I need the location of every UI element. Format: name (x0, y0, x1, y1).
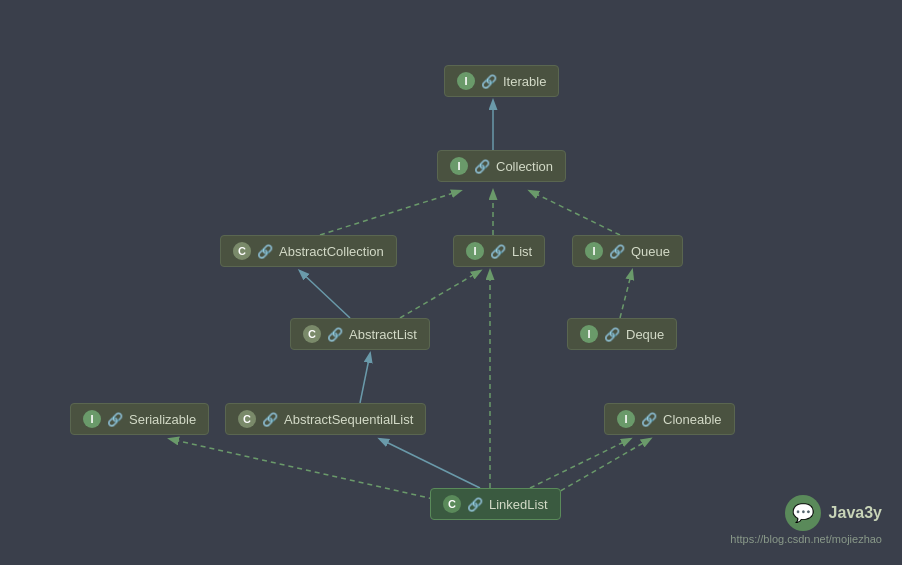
svg-line-6 (620, 271, 632, 318)
node-serializable: I 🔗 Serializable (70, 403, 209, 435)
watermark: 💬 Java3y https://blog.csdn.net/mojiezhao (730, 495, 882, 545)
node-iterable: I 🔗 Iterable (444, 65, 559, 97)
svg-line-12 (545, 439, 650, 500)
badge-queue: I (585, 242, 603, 260)
label-collection: Collection (496, 159, 553, 174)
watermark-url: https://blog.csdn.net/mojiezhao (730, 533, 882, 545)
badge-list: I (466, 242, 484, 260)
svg-line-7 (360, 354, 370, 403)
label-abstract-collection: AbstractCollection (279, 244, 384, 259)
node-list: I 🔗 List (453, 235, 545, 267)
node-linked-list: C 🔗 LinkedList (430, 488, 561, 520)
badge-iterable: I (457, 72, 475, 90)
svg-line-3 (530, 191, 620, 235)
label-deque: Deque (626, 327, 664, 342)
badge-linked-list: C (443, 495, 461, 513)
label-abstract-sequential-list: AbstractSequentialList (284, 412, 413, 427)
label-linked-list: LinkedList (489, 497, 548, 512)
node-collection: I 🔗 Collection (437, 150, 566, 182)
label-iterable: Iterable (503, 74, 546, 89)
badge-serializable: I (83, 410, 101, 428)
diagram-container: I 🔗 Iterable I 🔗 Collection C 🔗 Abstract… (0, 0, 902, 565)
node-abstract-collection: C 🔗 AbstractCollection (220, 235, 397, 267)
node-queue: I 🔗 Queue (572, 235, 683, 267)
label-abstract-list: AbstractList (349, 327, 417, 342)
badge-deque: I (580, 325, 598, 343)
node-deque: I 🔗 Deque (567, 318, 677, 350)
label-serializable: Serializable (129, 412, 196, 427)
node-cloneable: I 🔗 Cloneable (604, 403, 735, 435)
badge-collection: I (450, 157, 468, 175)
svg-line-4 (300, 271, 350, 318)
svg-line-5 (400, 271, 480, 318)
label-queue: Queue (631, 244, 670, 259)
svg-line-8 (380, 439, 480, 488)
watermark-name: Java3y (829, 504, 882, 522)
badge-cloneable: I (617, 410, 635, 428)
badge-abstract-sequential-list: C (238, 410, 256, 428)
node-abstract-sequential-list: C 🔗 AbstractSequentialList (225, 403, 426, 435)
svg-line-9 (170, 439, 460, 505)
wechat-icon: 💬 (785, 495, 821, 531)
svg-line-1 (320, 191, 460, 235)
svg-line-11 (530, 439, 630, 488)
label-list: List (512, 244, 532, 259)
label-cloneable: Cloneable (663, 412, 722, 427)
watermark-top: 💬 Java3y (785, 495, 882, 531)
badge-abstract-collection: C (233, 242, 251, 260)
node-abstract-list: C 🔗 AbstractList (290, 318, 430, 350)
badge-abstract-list: C (303, 325, 321, 343)
